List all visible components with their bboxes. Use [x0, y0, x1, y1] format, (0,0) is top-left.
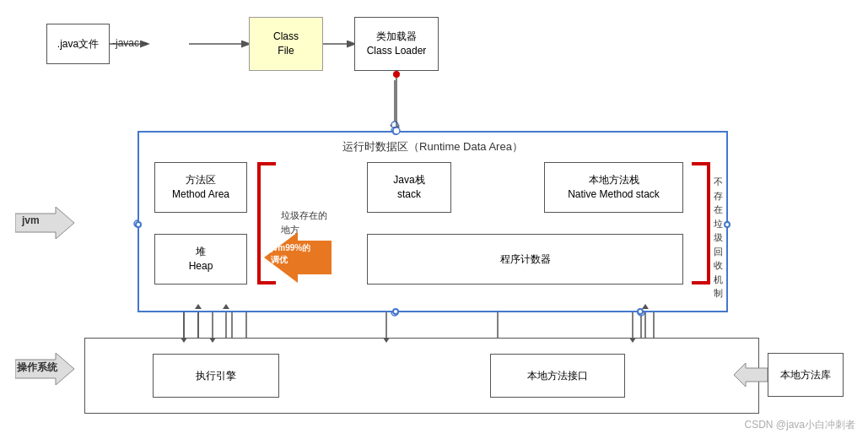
native-interface-label: 本地方法接口 — [527, 369, 588, 383]
class-file-box: Class File — [249, 17, 323, 71]
native-library-label: 本地方法库 — [780, 368, 831, 382]
method-area-box: 方法区 Method Area — [154, 162, 247, 213]
diagram-container: .java文件 -javac→ Class File 类加载器 Class Lo… — [0, 0, 868, 439]
program-counter-label: 程序计数器 — [500, 252, 551, 267]
heap-box: 堆 Heap — [154, 234, 247, 285]
dot-left — [135, 221, 142, 228]
runtime-area-box: 运行时数据区（Runtime Data Area） 方法区 Method Are… — [137, 131, 728, 312]
native-stack-box: 本地方法栈 Native Method stack — [544, 162, 683, 213]
native-library-box: 本地方法库 — [768, 353, 844, 397]
class-loader-box: 类加载器 Class Loader — [354, 17, 439, 71]
dot-bottom-right — [637, 308, 644, 315]
program-counter-box: 程序计数器 — [367, 234, 683, 285]
java-stack-label2: stack — [397, 187, 421, 202]
native-lib-arrow-svg — [734, 363, 768, 387]
class-loader-label2: Class Loader — [367, 44, 427, 58]
class-file-label2: File — [278, 44, 294, 58]
watermark: CSDN @java小白冲刺者 — [744, 418, 855, 432]
java-file-box: .java文件 — [46, 24, 110, 64]
jvm-label: jvm — [22, 214, 40, 226]
class-file-label1: Class — [273, 30, 299, 44]
java-file-label: .java文件 — [57, 37, 99, 51]
heap-label2: Heap — [189, 259, 213, 274]
red-bracket-right — [692, 162, 710, 285]
native-stack-label1: 本地方法栈 — [589, 173, 639, 187]
heap-label1: 堆 — [196, 245, 206, 259]
native-interface-box: 本地方法接口 — [490, 354, 625, 398]
optimize-label: jvm99%的 调优 — [271, 242, 310, 266]
java-stack-box: Java栈 stack — [367, 162, 451, 213]
dot-top — [392, 128, 399, 135]
native-lib-arrow-container — [734, 363, 768, 387]
not-in-gc-label: 不存 在垃 圾回 收机 制 — [714, 175, 726, 301]
orange-arrow-container: jvm99%的 调优 — [264, 232, 332, 283]
native-stack-label2: Native Method stack — [568, 187, 660, 202]
dot-bottom-left — [392, 308, 399, 315]
svg-point-46 — [393, 71, 400, 78]
jvm-arrow-container: jvm — [15, 207, 74, 239]
svg-marker-29 — [734, 363, 768, 387]
dot-right — [724, 221, 731, 228]
os-arrow-container: 操作系统 — [15, 353, 74, 385]
os-label: 操作系统 — [17, 360, 57, 375]
class-loader-label1: 类加载器 — [376, 30, 417, 44]
java-stack-label1: Java栈 — [393, 173, 424, 187]
method-area-label1: 方法区 — [186, 173, 216, 187]
method-area-label2: Method Area — [172, 187, 229, 202]
javac-label: -javac→ — [112, 37, 149, 49]
runtime-title: 运行时数据区（Runtime Data Area） — [139, 139, 726, 154]
exec-engine-label: 执行引擎 — [196, 369, 236, 383]
os-area-box: 执行引擎 本地方法接口 — [84, 338, 759, 414]
svg-point-19 — [391, 122, 398, 128]
exec-engine-box: 执行引擎 — [153, 354, 279, 398]
